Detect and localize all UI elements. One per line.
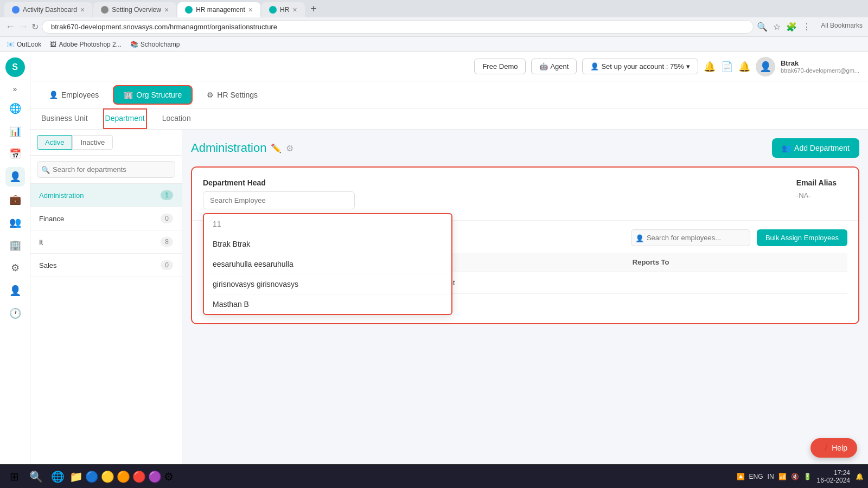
tab-close[interactable]: ×: [164, 5, 169, 14]
new-tab-button[interactable]: +: [306, 1, 321, 16]
left-panel: Active Inactive 🔍 Administration 1: [30, 130, 182, 464]
search-emp-icon: 👤: [635, 234, 644, 242]
search-icon[interactable]: 🔍: [757, 22, 768, 32]
document-icon[interactable]: 📄: [721, 61, 733, 73]
address-bar: ← → ↻ btrak670-development.snovasys.com/…: [0, 17, 868, 37]
taskbar-system-tray: 🔼ENGIN📶🔇🔋 17:24 16-02-2024 🔔: [737, 469, 864, 484]
content-area: Active Inactive 🔍 Administration 1: [30, 130, 868, 464]
sidebar-settings-icon[interactable]: ⚙: [5, 258, 25, 278]
dept-name: It: [39, 238, 43, 246]
bookmarks-bar: 📧 OutLook 🖼 Adobe Photoshop 2... 📚 Schoo…: [0, 37, 868, 52]
sidebar-clock-icon[interactable]: 🕐: [5, 304, 25, 323]
windows-start[interactable]: ⊞: [4, 467, 24, 486]
search-dept-icon: 🔍: [41, 165, 50, 174]
taskbar-search[interactable]: 🔍: [26, 467, 46, 486]
bookmark-outlook[interactable]: 📧 OutLook: [7, 41, 41, 48]
dept-item-finance[interactable]: Finance 0: [30, 207, 182, 230]
search-departments-input[interactable]: [37, 161, 175, 178]
nav-back[interactable]: ←: [5, 21, 15, 33]
tab-hr[interactable]: HR ×: [261, 2, 305, 17]
dept-item-sales[interactable]: Sales 0: [30, 254, 182, 277]
add-dept-icon: 👥: [782, 144, 791, 152]
nav-refresh[interactable]: ↻: [31, 22, 39, 32]
edit-icon[interactable]: ✏️: [271, 143, 282, 153]
dropdown-item-masthan[interactable]: Masthan B: [204, 294, 451, 314]
dropdown-item-girisnovasys[interactable]: girisnovasys girisnovasys: [204, 274, 451, 294]
browser-menu-icon[interactable]: ⋮: [802, 22, 811, 32]
sidebar-org-icon[interactable]: 🏢: [5, 235, 25, 255]
tab-hr-settings[interactable]: ⚙ HR Settings: [197, 86, 267, 104]
agent-icon: 🤖: [539, 62, 548, 70]
tab-close[interactable]: ×: [80, 5, 85, 14]
app-logo[interactable]: S: [5, 57, 25, 77]
bulk-assign-employees-button[interactable]: Bulk Assign Employees: [757, 229, 847, 246]
subtab-business-unit[interactable]: Business Unit: [39, 108, 90, 129]
dept-item-it[interactable]: It 8: [30, 230, 182, 254]
active-button[interactable]: Active: [37, 135, 72, 150]
taskbar-browser[interactable]: 🌐: [48, 467, 67, 486]
app-container: S » 🌐 📊 📅 👤 💼 👥 🏢 ⚙ 👤 🕐 Free Demo 🤖 Agen…: [0, 52, 868, 464]
sidebar-calendar-icon[interactable]: 📅: [5, 144, 25, 164]
bookmark-photoshop[interactable]: 🖼 Adobe Photoshop 2...: [50, 41, 121, 48]
employee-dropdown: 11 Btrak Btrak eesaruhulla eesaruhulla g…: [203, 213, 452, 315]
user-email: btrak670-development@gm...: [781, 67, 859, 74]
nav-forward[interactable]: →: [18, 21, 28, 33]
taskbar-apps[interactable]: 📁 🔵 🟡 🟠 🔴 🟣 ⚙: [69, 470, 174, 483]
help-button[interactable]: ❓ Help: [810, 438, 857, 458]
emp-reports-to: [624, 272, 847, 294]
tab-label: Setting Overview: [112, 6, 161, 14]
sidebar-group-icon[interactable]: 👥: [5, 213, 25, 232]
tab-org-structure[interactable]: 🏢 Org Structure: [113, 85, 193, 105]
free-demo-button[interactable]: Free Demo: [474, 59, 526, 74]
dropdown-item-btrak[interactable]: Btrak Btrak: [204, 234, 451, 254]
tab-close[interactable]: ×: [292, 5, 297, 14]
sidebar-person-icon[interactable]: 👤: [5, 281, 25, 300]
dept-item-administration[interactable]: Administration 1: [30, 184, 182, 207]
sidebar-briefcase-icon[interactable]: 💼: [5, 190, 25, 209]
dept-name: Administration: [39, 191, 84, 200]
tab-label: HR management: [196, 6, 245, 14]
dropdown-item-eesaruhulla[interactable]: eesaruhulla eesaruhulla: [204, 254, 451, 274]
user-name: Btrak: [781, 59, 859, 67]
add-department-button[interactable]: 👥 Add Department: [772, 138, 859, 158]
tab-close[interactable]: ×: [248, 5, 253, 14]
user-info: Btrak btrak670-development@gm...: [781, 59, 859, 74]
dept-header: Administration ✏️ ⚙ 👥 Add Department: [191, 138, 859, 158]
tab-hr-management[interactable]: HR management ×: [177, 2, 260, 17]
extensions-icon[interactable]: 🧩: [786, 22, 797, 32]
dropdown-item-count[interactable]: 11: [204, 214, 451, 234]
inactive-button[interactable]: Inactive: [72, 135, 113, 150]
sidebar-globe-icon[interactable]: 🌐: [5, 99, 25, 118]
subtab-location[interactable]: Location: [160, 108, 193, 129]
sub-tabs: Business Unit Department Location: [30, 108, 868, 130]
bookmark-schoolchamp[interactable]: 📚 Schoolchamp: [130, 41, 180, 48]
agent-button[interactable]: 🤖 Agent: [531, 59, 577, 74]
search-employee-input[interactable]: [203, 191, 355, 209]
department-card: Department Head 11 Btrak Btrak eesaruhul…: [191, 166, 859, 324]
nav-tabs: 👤 Employees 🏢 Org Structure ⚙ HR Setting…: [30, 81, 868, 108]
sidebar-dashboard-icon[interactable]: 📊: [5, 121, 25, 141]
search-dept-container: 🔍: [30, 156, 182, 184]
user-avatar[interactable]: 👤: [756, 57, 775, 76]
url-bar[interactable]: btrak670-development.snovasys.com/hrmana…: [42, 20, 754, 34]
notification-icon[interactable]: 🔔: [738, 61, 750, 73]
sidebar-people-icon[interactable]: 👤: [5, 167, 25, 187]
setup-account-button[interactable]: 👤 Set up your account : 75% ▾: [582, 59, 698, 74]
tab-employees[interactable]: 👤 Employees: [39, 86, 108, 104]
subtab-department[interactable]: Department: [103, 108, 147, 129]
email-alias-value: -NA-: [796, 191, 837, 200]
top-header: Free Demo 🤖 Agent 👤 Set up your account …: [30, 52, 868, 81]
org-icon: 🏢: [124, 91, 133, 99]
email-alias-label: Email Alias: [796, 178, 837, 187]
search-employees-input[interactable]: [631, 229, 750, 246]
bookmark-icon[interactable]: ☆: [773, 22, 781, 32]
dept-count: 0: [161, 260, 173, 270]
sidebar-more-icon[interactable]: »: [5, 82, 25, 95]
department-title: Administration: [191, 141, 266, 155]
tab-setting-overview[interactable]: Setting Overview ×: [93, 2, 176, 17]
col-reports-to: Reports To: [624, 253, 847, 272]
tab-activity-dashboard[interactable]: Activity Dashboard ×: [4, 2, 92, 17]
dept-count: 8: [161, 237, 173, 247]
alert-icon[interactable]: 🔔: [704, 61, 716, 73]
settings-dept-icon[interactable]: ⚙: [286, 143, 293, 153]
